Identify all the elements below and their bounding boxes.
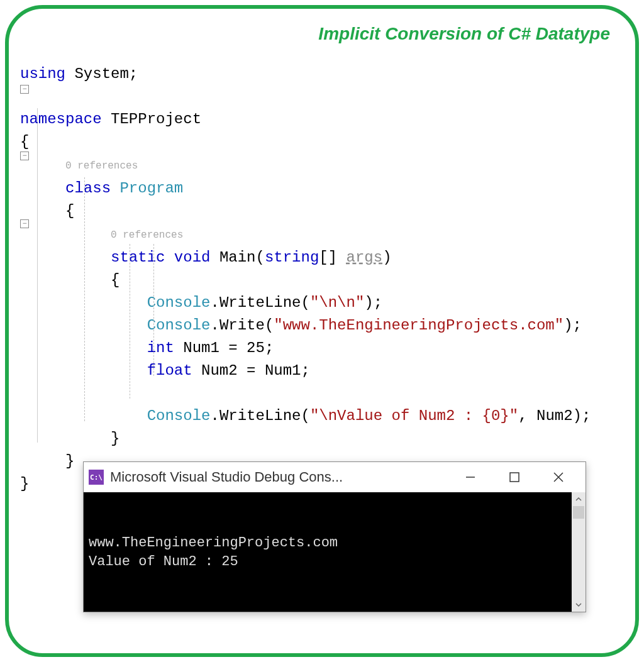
minimize-button[interactable]: [448, 462, 492, 492]
method-main: Main: [219, 249, 256, 266]
window-title: Microsoft Visual Studio Debug Cons...: [110, 469, 448, 485]
console-output[interactable]: www.TheEngineeringProjects.com Value of …: [84, 492, 586, 612]
scroll-down-button[interactable]: [572, 598, 586, 612]
keyword-using: using: [20, 65, 65, 82]
identifier-system: System: [74, 65, 128, 82]
indent-guide: [130, 244, 130, 399]
codelens-references[interactable]: 0 references: [111, 229, 183, 241]
console-line: Value of Num2 : 25: [89, 553, 580, 571]
type-console: Console: [147, 294, 211, 311]
frame: Implicit Conversion of C# Datatype using…: [5, 5, 639, 657]
close-button[interactable]: [536, 462, 580, 492]
keyword-class: class: [65, 180, 111, 197]
brace-close: }: [65, 453, 74, 470]
var-num1: Num1: [183, 339, 219, 356]
string-literal: "\nValue of Num2 : {0}": [310, 407, 518, 424]
code-editor[interactable]: using System; namespace TEPProject { 0 r…: [20, 40, 629, 518]
method-writeline: WriteLine: [219, 294, 301, 311]
codelens-references[interactable]: 0 references: [65, 160, 138, 172]
console-line: www.TheEngineeringProjects.com: [89, 534, 580, 553]
fold-toggle[interactable]: −: [20, 86, 29, 97]
var-num2: Num2: [201, 362, 238, 379]
brace-close: }: [111, 430, 119, 447]
indent-guide: [153, 244, 154, 376]
console-blank: [89, 496, 580, 534]
type-console: Console: [147, 407, 211, 424]
page-title: Implicit Conversion of C# Datatype: [318, 24, 610, 44]
var-num2: Num2: [536, 407, 573, 424]
keyword-void: void: [174, 249, 211, 266]
minimize-icon: [465, 472, 476, 483]
brace-open: {: [20, 133, 29, 150]
close-icon: [553, 472, 564, 483]
var-num1: Num1: [265, 362, 301, 379]
debug-console-window: C:\ Microsoft Visual Studio Debug Cons..…: [83, 461, 586, 612]
method-write: Write: [219, 317, 265, 334]
brace-close: }: [20, 475, 29, 492]
param-args: args: [347, 249, 383, 266]
maximize-icon: [509, 472, 520, 483]
scroll-up-button[interactable]: [572, 492, 586, 506]
string-literal: "\n\n": [310, 294, 364, 311]
brace-open: {: [111, 272, 119, 289]
method-writeline: WriteLine: [219, 407, 301, 424]
scrollbar[interactable]: [572, 492, 586, 612]
literal-25: 25: [247, 339, 265, 356]
keyword-int: int: [147, 339, 174, 356]
string-literal: "www.TheEngineeringProjects.com": [274, 317, 564, 334]
class-name-program: Program: [119, 180, 183, 197]
console-icon: C:\: [89, 470, 104, 485]
brace-open: {: [65, 202, 74, 219]
fold-toggle[interactable]: −: [20, 152, 29, 163]
indent-guide: [84, 177, 85, 421]
chevron-up-icon: [575, 495, 582, 503]
keyword-string: string: [265, 249, 319, 266]
svg-rect-1: [510, 473, 519, 482]
chevron-down-icon: [575, 601, 582, 609]
scroll-thumb[interactable]: [573, 506, 584, 519]
type-console: Console: [147, 317, 211, 334]
identifier-tepproject: TEPProject: [111, 111, 201, 128]
keyword-static: static: [111, 249, 165, 266]
maximize-button[interactable]: [492, 462, 536, 492]
fold-toggle[interactable]: −: [20, 220, 29, 231]
window-titlebar[interactable]: C:\ Microsoft Visual Studio Debug Cons..…: [84, 462, 586, 492]
keyword-namespace: namespace: [20, 111, 102, 128]
